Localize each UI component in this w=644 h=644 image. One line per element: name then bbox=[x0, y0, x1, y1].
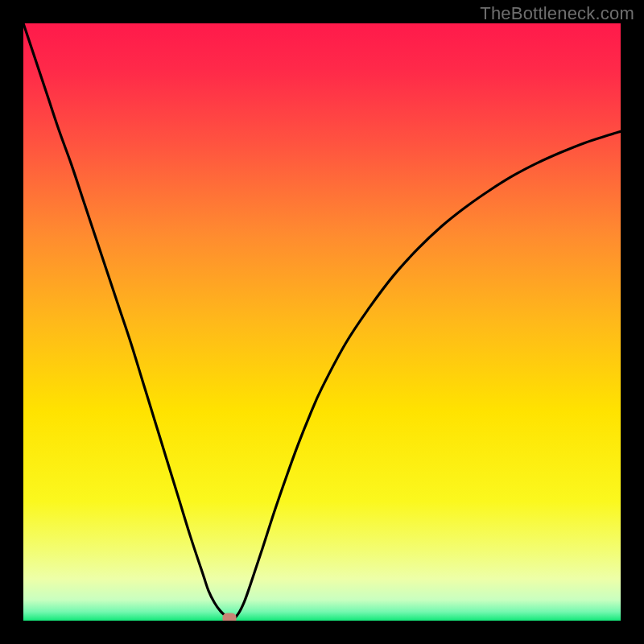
bottleneck-curve bbox=[23, 23, 621, 620]
chart-frame: TheBottleneck.com bbox=[0, 0, 644, 644]
watermark-text: TheBottleneck.com bbox=[480, 3, 634, 24]
minimum-marker bbox=[222, 613, 236, 621]
plot-area bbox=[23, 23, 621, 621]
curve-layer bbox=[23, 23, 621, 621]
